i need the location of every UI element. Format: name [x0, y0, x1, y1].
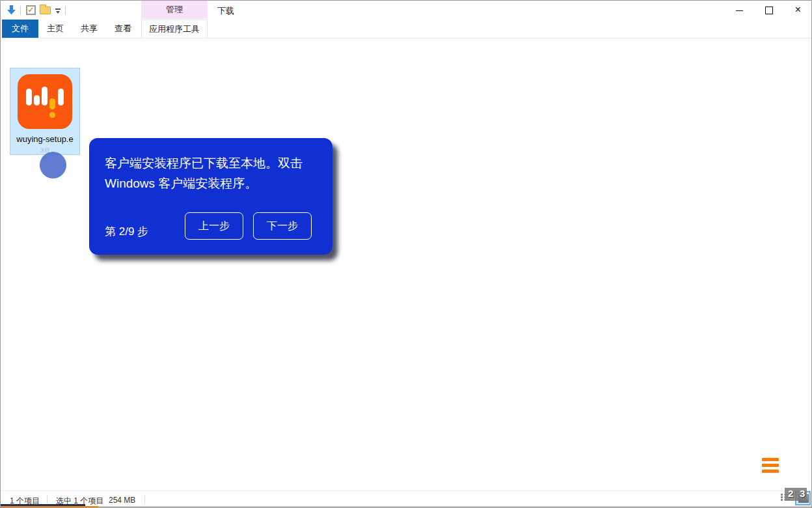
titlebar-separator: [20, 6, 21, 15]
selection-size: 254 MB: [109, 496, 135, 505]
qat-customize-chevron-icon[interactable]: [55, 8, 61, 14]
overlay-badge-2: 2: [788, 488, 793, 499]
titlebar: ✓ 管理 下载 ×: [1, 1, 811, 20]
status-bar: 1 个项目 选中 1 个项目 254 MB: [1, 490, 811, 506]
file-name-line2: xe: [10, 145, 79, 154]
downloads-folder-icon: [6, 5, 17, 16]
tutorial-click-indicator: [40, 152, 66, 178]
tab-file[interactable]: 文件: [2, 20, 38, 38]
tab-home[interactable]: 主页: [40, 20, 71, 38]
icon-bar: [26, 89, 32, 106]
minimize-button[interactable]: [725, 1, 754, 20]
explorer-window: ✓ 管理 下载 × 文件 主页 共享 查看 应用程序工具 ? ← → ↑ ›: [0, 0, 812, 508]
icon-bar: [58, 89, 64, 106]
tab-view[interactable]: 查看: [107, 20, 139, 38]
file-list-area[interactable]: wuying-setup.e xe 客户端安装程序已下载至本地。双击 Windo…: [1, 64, 811, 490]
previous-step-button[interactable]: 上一步: [185, 212, 243, 240]
icon-bar: [42, 87, 47, 106]
ribbon-tab-row: 文件 主页 共享 查看 应用程序工具 ?: [1, 20, 811, 38]
status-separator: [144, 495, 145, 503]
qat-new-folder-icon[interactable]: [40, 7, 51, 14]
file-name-line1: wuying-setup.e: [10, 134, 79, 144]
tutorial-popup: 客户端安装程序已下载至本地。双击 Windows 客户端安装程序。 第 2/9 …: [89, 138, 332, 255]
tab-application-tools[interactable]: 应用程序工具: [141, 20, 208, 38]
titlebar-separator: [65, 6, 66, 15]
window-title: 下载: [217, 5, 234, 17]
file-item-wuying-setup[interactable]: wuying-setup.e xe: [10, 68, 80, 155]
close-button[interactable]: ×: [783, 1, 812, 20]
icon-bar: [49, 98, 55, 109]
tutorial-step-label: 第 2/9 步: [105, 224, 148, 239]
overlay-badge-3: 3: [800, 488, 805, 499]
icon-dot: [49, 112, 55, 118]
qat-properties-icon[interactable]: ✓: [26, 5, 36, 15]
tutorial-message: 客户端安装程序已下载至本地。双击 Windows 客户端安装程序。: [105, 153, 322, 193]
hamburger-menu-icon[interactable]: [762, 458, 779, 475]
wuying-app-icon: [18, 74, 72, 129]
status-separator: [47, 495, 47, 503]
contextual-tab-header-manage: 管理: [141, 1, 208, 19]
next-step-button[interactable]: 下一步: [253, 212, 312, 240]
icon-bar: [34, 95, 40, 106]
address-row: ← → ↑ › 此电脑 › 下载 ↻: [1, 38, 811, 64]
tab-share[interactable]: 共享: [74, 20, 105, 38]
maximize-button[interactable]: [754, 1, 783, 20]
